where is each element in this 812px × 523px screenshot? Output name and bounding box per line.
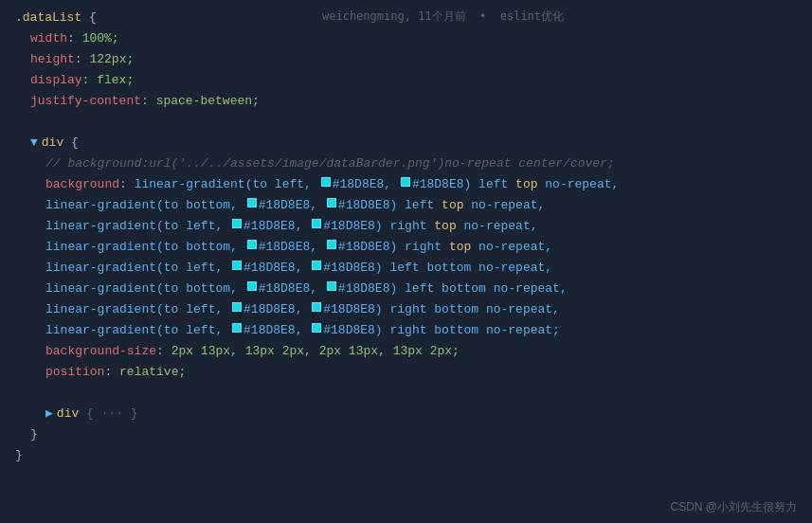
line-5: justify-content: space-between; — [0, 91, 812, 112]
prop-bg-size: background-size — [45, 341, 156, 362]
val-height: 122px; — [89, 49, 134, 70]
line-20: ▶ div { ··· } — [0, 404, 812, 424]
color-swatch-12 — [327, 281, 336, 291]
line-9: background: linear-gradient(to left, #18… — [0, 174, 812, 195]
color-swatch-5 — [232, 219, 242, 228]
val-position: relative; — [119, 362, 186, 383]
close-root-brace: } — [15, 445, 23, 466]
color-swatch-2 — [401, 177, 410, 187]
val-justify: space-between; — [156, 91, 260, 112]
line-4: display: flex; — [0, 70, 812, 91]
code-editor: .dataList { weichengming, 11个月前 • eslint… — [0, 0, 812, 523]
git-info: weichengming, 11个月前 • eslint优化 — [322, 6, 564, 27]
line-21: } — [0, 424, 812, 445]
color-swatch-14 — [312, 302, 321, 312]
div-open-brace: { — [63, 133, 79, 153]
prop-bg1: background — [45, 174, 119, 195]
color-swatch-3 — [247, 198, 257, 207]
color-swatch-6 — [312, 219, 321, 228]
prop-height: height — [30, 49, 75, 70]
line-19 — [0, 383, 812, 404]
selector-div-inner: div — [57, 404, 79, 424]
line-7: ▼ div { — [0, 133, 812, 153]
color-swatch-7 — [247, 240, 257, 249]
color-swatch-15 — [232, 323, 242, 333]
color-swatch-9 — [232, 261, 242, 270]
prop-display: display — [30, 70, 82, 91]
color-swatch-8 — [327, 240, 336, 249]
line-12: linear-gradient(to bottom, #18D8E8, #18D… — [0, 237, 812, 258]
line-6 — [0, 112, 812, 133]
line-17: background-size: 2px 13px, 13px 2px, 2px… — [0, 341, 812, 362]
code-area: .dataList { weichengming, 11个月前 • eslint… — [0, 0, 812, 474]
line-22: } — [0, 445, 812, 466]
val-bg-size: 2px 13px, 13px 2px, 2px 13px, 13px 2px; — [171, 341, 460, 362]
comment-bg: // background:url('../../assets/image/da… — [45, 153, 615, 174]
color-swatch-1 — [321, 177, 331, 187]
line-10: linear-gradient(to bottom, #18D8E8, #18D… — [0, 195, 812, 216]
line-13: linear-gradient(to left, #18D8E8, #18D8E… — [0, 258, 812, 279]
line-16: linear-gradient(to left, #18D8E8, #18D8E… — [0, 320, 812, 341]
line-15: linear-gradient(to left, #18D8E8, #18D8E… — [0, 299, 812, 320]
color-swatch-10 — [312, 261, 321, 270]
selector-div: div — [42, 133, 63, 153]
collapsed-brace: { ··· } — [79, 404, 137, 424]
line-18: position: relative; — [0, 362, 812, 383]
color-swatch-11 — [247, 281, 257, 291]
prop-position: position — [45, 362, 104, 383]
footer-watermark: CSDN @小刘先生很努力 — [670, 499, 797, 515]
val-display: flex; — [97, 70, 134, 91]
line-3: height: 122px; — [0, 49, 812, 70]
color-swatch-16 — [312, 323, 321, 333]
selector-datalist: .dataList — [15, 8, 81, 28]
line-2: width: 100%; — [0, 28, 812, 49]
color-swatch-13 — [232, 302, 242, 312]
line-8: // background:url('../../assets/image/da… — [0, 153, 812, 174]
line-14: linear-gradient(to bottom, #18D8E8, #18D… — [0, 279, 812, 299]
color-swatch-4 — [327, 198, 336, 207]
line-1: .dataList { weichengming, 11个月前 • eslint… — [0, 8, 812, 28]
close-nested-brace: } — [30, 424, 38, 445]
collapse-arrow[interactable]: ▼ — [30, 133, 38, 153]
prop-width: width — [30, 28, 67, 49]
prop-justify: justify-content — [30, 91, 141, 112]
open-brace: { — [81, 8, 97, 28]
val-width: 100%; — [82, 28, 119, 49]
line-11: linear-gradient(to left, #18D8E8, #18D8E… — [0, 216, 812, 237]
collapse-arrow-inner[interactable]: ▶ — [45, 404, 53, 424]
